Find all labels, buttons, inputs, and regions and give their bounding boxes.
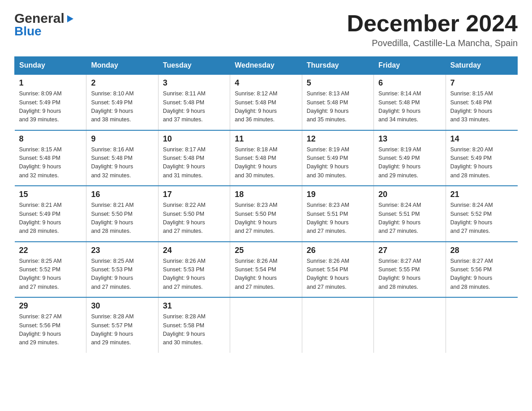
day-info: Sunrise: 8:09 AMSunset: 5:49 PMDaylight:… <box>19 90 82 124</box>
calendar-cell: 12Sunrise: 8:19 AMSunset: 5:49 PMDayligh… <box>302 130 373 186</box>
logo-general-text: General <box>14 11 64 26</box>
calendar-table: SundayMondayTuesdayWednesdayThursdayFrid… <box>14 56 518 353</box>
logo-blue-text: Blue <box>14 24 42 39</box>
day-number: 17 <box>163 190 225 199</box>
day-info: Sunrise: 8:26 AMSunset: 5:54 PMDaylight:… <box>235 257 297 292</box>
calendar-cell: 21Sunrise: 8:24 AMSunset: 5:52 PMDayligh… <box>446 186 517 242</box>
day-info: Sunrise: 8:12 AMSunset: 5:48 PMDaylight:… <box>235 90 297 124</box>
day-info: Sunrise: 8:28 AMSunset: 5:58 PMDaylight:… <box>163 313 225 347</box>
day-info: Sunrise: 8:19 AMSunset: 5:49 PMDaylight:… <box>307 146 369 180</box>
day-info: Sunrise: 8:25 AMSunset: 5:52 PMDaylight:… <box>19 257 82 292</box>
calendar-cell: 11Sunrise: 8:18 AMSunset: 5:48 PMDayligh… <box>230 130 302 186</box>
day-number: 14 <box>450 134 513 144</box>
day-info: Sunrise: 8:24 AMSunset: 5:51 PMDaylight:… <box>378 201 441 236</box>
day-number: 29 <box>19 301 82 311</box>
calendar-cell: 9Sunrise: 8:16 AMSunset: 5:48 PMDaylight… <box>86 130 158 186</box>
day-number: 2 <box>91 78 153 88</box>
day-info: Sunrise: 8:23 AMSunset: 5:51 PMDaylight:… <box>307 201 369 236</box>
day-number: 5 <box>307 78 369 88</box>
calendar-cell: 3Sunrise: 8:11 AMSunset: 5:48 PMDaylight… <box>158 74 230 130</box>
calendar-week-row: 22Sunrise: 8:25 AMSunset: 5:52 PMDayligh… <box>15 242 518 298</box>
day-info: Sunrise: 8:21 AMSunset: 5:50 PMDaylight:… <box>91 201 153 236</box>
day-info: Sunrise: 8:10 AMSunset: 5:49 PMDaylight:… <box>91 90 153 124</box>
day-number: 31 <box>163 301 225 311</box>
day-info: Sunrise: 8:15 AMSunset: 5:48 PMDaylight:… <box>19 146 82 180</box>
day-number: 9 <box>91 134 153 144</box>
calendar-cell: 17Sunrise: 8:22 AMSunset: 5:50 PMDayligh… <box>158 186 230 242</box>
day-number: 23 <box>91 246 153 255</box>
calendar-cell: 27Sunrise: 8:27 AMSunset: 5:55 PMDayligh… <box>374 242 446 298</box>
calendar-cell: 31Sunrise: 8:28 AMSunset: 5:58 PMDayligh… <box>158 297 230 353</box>
calendar-cell: 6Sunrise: 8:14 AMSunset: 5:48 PMDaylight… <box>374 74 446 130</box>
page-header: General Blue December 2024 Povedilla, Ca… <box>14 11 518 48</box>
calendar-week-row: 29Sunrise: 8:27 AMSunset: 5:56 PMDayligh… <box>15 297 518 353</box>
day-info: Sunrise: 8:24 AMSunset: 5:52 PMDaylight:… <box>450 201 513 236</box>
day-number: 20 <box>378 190 441 199</box>
calendar-cell: 8Sunrise: 8:15 AMSunset: 5:48 PMDaylight… <box>15 130 86 186</box>
calendar-cell: 30Sunrise: 8:28 AMSunset: 5:57 PMDayligh… <box>86 297 158 353</box>
header-sunday: Sunday <box>15 57 86 75</box>
day-number: 28 <box>450 246 513 255</box>
calendar-week-row: 1Sunrise: 8:09 AMSunset: 5:49 PMDaylight… <box>15 74 518 130</box>
calendar-cell: 24Sunrise: 8:26 AMSunset: 5:53 PMDayligh… <box>158 242 230 298</box>
day-info: Sunrise: 8:26 AMSunset: 5:53 PMDaylight:… <box>163 257 225 292</box>
day-info: Sunrise: 8:13 AMSunset: 5:48 PMDaylight:… <box>307 90 369 124</box>
day-number: 4 <box>235 78 297 88</box>
day-info: Sunrise: 8:27 AMSunset: 5:55 PMDaylight:… <box>378 257 441 292</box>
title-section: December 2024 Povedilla, Castille-La Man… <box>347 11 518 48</box>
day-info: Sunrise: 8:27 AMSunset: 5:56 PMDaylight:… <box>450 257 513 292</box>
calendar-cell: 26Sunrise: 8:26 AMSunset: 5:54 PMDayligh… <box>302 242 373 298</box>
calendar-cell: 25Sunrise: 8:26 AMSunset: 5:54 PMDayligh… <box>230 242 302 298</box>
day-number: 18 <box>235 190 297 199</box>
day-number: 16 <box>91 190 153 199</box>
calendar-cell: 4Sunrise: 8:12 AMSunset: 5:48 PMDaylight… <box>230 74 302 130</box>
day-number: 19 <box>307 190 369 199</box>
calendar-header-row: SundayMondayTuesdayWednesdayThursdayFrid… <box>15 57 518 75</box>
day-number: 1 <box>19 78 82 88</box>
calendar-cell: 2Sunrise: 8:10 AMSunset: 5:49 PMDaylight… <box>86 74 158 130</box>
day-number: 12 <box>307 134 369 144</box>
calendar-cell: 7Sunrise: 8:15 AMSunset: 5:48 PMDaylight… <box>446 74 517 130</box>
day-info: Sunrise: 8:17 AMSunset: 5:48 PMDaylight:… <box>163 146 225 180</box>
day-number: 21 <box>450 190 513 199</box>
day-number: 10 <box>163 134 225 144</box>
day-info: Sunrise: 8:27 AMSunset: 5:56 PMDaylight:… <box>19 313 82 347</box>
calendar-cell <box>374 297 446 353</box>
calendar-cell: 5Sunrise: 8:13 AMSunset: 5:48 PMDaylight… <box>302 74 373 130</box>
day-number: 30 <box>91 301 153 311</box>
day-number: 24 <box>163 246 225 255</box>
calendar-cell: 10Sunrise: 8:17 AMSunset: 5:48 PMDayligh… <box>158 130 230 186</box>
day-number: 26 <box>307 246 369 255</box>
day-number: 11 <box>235 134 297 144</box>
day-number: 22 <box>19 246 82 255</box>
day-number: 13 <box>378 134 441 144</box>
calendar-week-row: 8Sunrise: 8:15 AMSunset: 5:48 PMDaylight… <box>15 130 518 186</box>
location-text: Povedilla, Castille-La Mancha, Spain <box>347 38 518 48</box>
calendar-cell <box>446 297 517 353</box>
day-info: Sunrise: 8:19 AMSunset: 5:49 PMDaylight:… <box>378 146 441 180</box>
day-info: Sunrise: 8:14 AMSunset: 5:48 PMDaylight:… <box>378 90 441 124</box>
header-saturday: Saturday <box>446 57 517 75</box>
svg-marker-0 <box>67 15 73 22</box>
day-info: Sunrise: 8:23 AMSunset: 5:50 PMDaylight:… <box>235 201 297 236</box>
calendar-cell: 19Sunrise: 8:23 AMSunset: 5:51 PMDayligh… <box>302 186 373 242</box>
calendar-cell: 18Sunrise: 8:23 AMSunset: 5:50 PMDayligh… <box>230 186 302 242</box>
month-title: December 2024 <box>347 11 518 36</box>
day-info: Sunrise: 8:16 AMSunset: 5:48 PMDaylight:… <box>91 146 153 180</box>
calendar-cell <box>230 297 302 353</box>
day-info: Sunrise: 8:15 AMSunset: 5:48 PMDaylight:… <box>450 90 513 124</box>
logo-row1: General <box>14 11 75 26</box>
day-info: Sunrise: 8:11 AMSunset: 5:48 PMDaylight:… <box>163 90 225 124</box>
calendar-cell: 23Sunrise: 8:25 AMSunset: 5:53 PMDayligh… <box>86 242 158 298</box>
header-tuesday: Tuesday <box>158 57 230 75</box>
day-number: 7 <box>450 78 513 88</box>
day-info: Sunrise: 8:28 AMSunset: 5:57 PMDaylight:… <box>91 313 153 347</box>
day-number: 8 <box>19 134 82 144</box>
calendar-cell: 20Sunrise: 8:24 AMSunset: 5:51 PMDayligh… <box>374 186 446 242</box>
calendar-cell: 15Sunrise: 8:21 AMSunset: 5:49 PMDayligh… <box>15 186 86 242</box>
day-info: Sunrise: 8:20 AMSunset: 5:49 PMDaylight:… <box>450 146 513 180</box>
header-wednesday: Wednesday <box>230 57 302 75</box>
calendar-cell: 14Sunrise: 8:20 AMSunset: 5:49 PMDayligh… <box>446 130 517 186</box>
day-info: Sunrise: 8:22 AMSunset: 5:50 PMDaylight:… <box>163 201 225 236</box>
calendar-cell: 28Sunrise: 8:27 AMSunset: 5:56 PMDayligh… <box>446 242 517 298</box>
